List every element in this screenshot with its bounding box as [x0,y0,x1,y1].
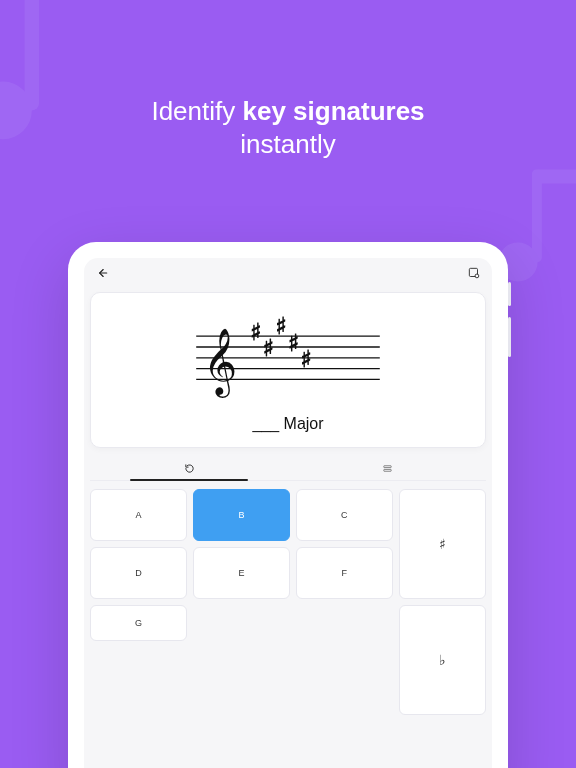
retry-icon [184,463,195,474]
tablet-device: 𝄞 ♯ ♯ ♯ ♯ ♯ ___ Major [68,242,508,768]
key-a[interactable]: A [90,489,187,541]
svg-rect-19 [383,469,390,471]
key-f[interactable]: F [296,547,393,599]
key-sharp[interactable]: ♯ [399,489,486,599]
app-screen: 𝄞 ♯ ♯ ♯ ♯ ♯ ___ Major [84,258,492,768]
back-button[interactable] [90,261,114,285]
svg-text:♯: ♯ [275,313,286,339]
prompt-blank: ___ [252,415,279,432]
staff-key-signature: 𝄞 ♯ ♯ ♯ ♯ ♯ [188,311,388,401]
svg-rect-1 [25,0,39,110]
headline-pre: Identify [151,96,242,126]
shuffle-icon [382,463,393,474]
prompt-rest: Major [279,415,323,432]
key-b[interactable]: B [193,489,290,541]
svg-text:♯: ♯ [288,330,299,356]
key-g[interactable]: G [90,605,187,641]
key-c[interactable]: C [296,489,393,541]
headline: Identify key signatures instantly [0,95,576,160]
headline-strong: key signatures [242,96,424,126]
tab-shuffle[interactable] [288,456,486,480]
settings-button[interactable] [462,261,486,285]
key-d[interactable]: D [90,547,187,599]
key-e[interactable]: E [193,547,290,599]
svg-text:♯: ♯ [301,346,312,372]
svg-text:♯: ♯ [263,335,274,361]
answer-prompt: ___ Major [252,415,323,433]
svg-rect-4 [532,170,576,184]
flashcard: 𝄞 ♯ ♯ ♯ ♯ ♯ ___ Major [90,292,486,448]
mode-tabs [90,456,486,481]
toolbar [84,258,492,288]
svg-rect-18 [383,465,390,467]
svg-text:𝄞: 𝄞 [203,328,237,398]
key-flat[interactable]: ♭ [399,605,486,715]
arrow-left-icon [95,266,109,280]
svg-text:♯: ♯ [250,319,261,345]
svg-rect-3 [532,170,542,262]
note-keypad: A B C ♯ D E F G ♭ [90,489,486,768]
promo-screen: Identify key signatures instantly [0,0,576,768]
headline-post: instantly [240,129,335,159]
svg-point-6 [475,274,479,278]
tab-repeat[interactable] [90,456,288,480]
music-settings-icon [467,266,481,280]
